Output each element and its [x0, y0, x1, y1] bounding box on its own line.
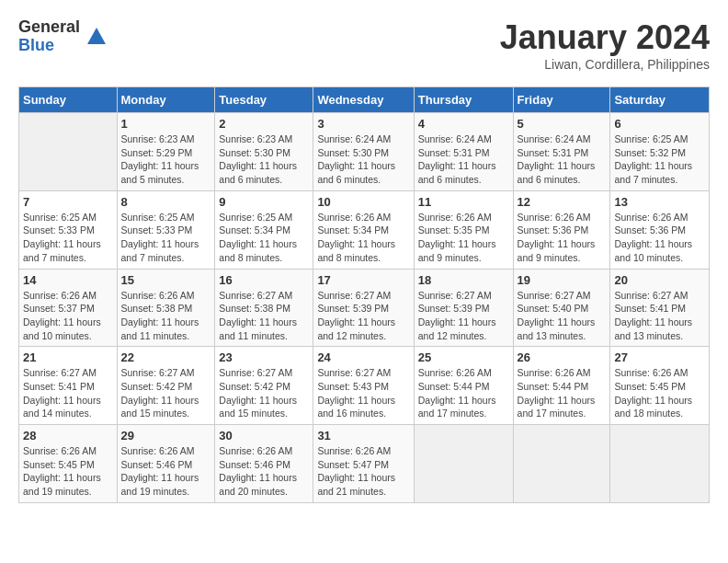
calendar-cell: 27Sunrise: 6:26 AM Sunset: 5:45 PM Dayli… — [610, 347, 710, 425]
calendar-cell: 6Sunrise: 6:25 AM Sunset: 5:32 PM Daylig… — [610, 113, 710, 191]
day-number: 29 — [121, 429, 211, 442]
day-number: 26 — [518, 350, 607, 364]
day-info: Sunrise: 6:27 AM Sunset: 5:41 PM Dayligh… — [614, 289, 705, 343]
svg-marker-0 — [87, 28, 106, 44]
calendar-cell: 15Sunrise: 6:26 AM Sunset: 5:38 PM Dayli… — [117, 269, 215, 347]
day-number: 31 — [317, 429, 409, 442]
day-info: Sunrise: 6:26 AM Sunset: 5:38 PM Dayligh… — [121, 289, 211, 343]
calendar-cell: 16Sunrise: 6:27 AM Sunset: 5:38 PM Dayli… — [215, 269, 313, 347]
day-info: Sunrise: 6:27 AM Sunset: 5:40 PM Dayligh… — [518, 289, 607, 343]
calendar-cell: 4Sunrise: 6:24 AM Sunset: 5:31 PM Daylig… — [414, 113, 513, 191]
day-info: Sunrise: 6:24 AM Sunset: 5:31 PM Dayligh… — [418, 132, 509, 187]
day-info: Sunrise: 6:24 AM Sunset: 5:30 PM Dayligh… — [317, 132, 409, 187]
calendar-cell: 10Sunrise: 6:26 AM Sunset: 5:34 PM Dayli… — [313, 190, 414, 269]
header-thursday: Thursday — [414, 87, 513, 113]
header-sunday: Sunday — [19, 87, 118, 113]
day-info: Sunrise: 6:27 AM Sunset: 5:42 PM Dayligh… — [121, 366, 211, 420]
calendar-cell — [19, 113, 118, 191]
calendar-header: SundayMondayTuesdayWednesdayThursdayFrid… — [19, 87, 710, 113]
day-number: 8 — [121, 195, 211, 209]
day-number: 21 — [23, 350, 113, 364]
day-number: 13 — [614, 195, 705, 209]
day-info: Sunrise: 6:25 AM Sunset: 5:33 PM Dayligh… — [121, 211, 211, 265]
logo-general-text: General — [18, 18, 80, 37]
month-title: January 2024 — [500, 18, 710, 57]
calendar-cell: 9Sunrise: 6:25 AM Sunset: 5:34 PM Daylig… — [215, 190, 313, 269]
calendar-week-1: 1Sunrise: 6:23 AM Sunset: 5:29 PM Daylig… — [19, 113, 710, 191]
day-info: Sunrise: 6:25 AM Sunset: 5:33 PM Dayligh… — [23, 211, 113, 265]
calendar-week-4: 21Sunrise: 6:27 AM Sunset: 5:41 PM Dayli… — [19, 347, 710, 425]
day-number: 5 — [518, 117, 607, 131]
day-info: Sunrise: 6:26 AM Sunset: 5:45 PM Dayligh… — [23, 444, 113, 499]
day-info: Sunrise: 6:26 AM Sunset: 5:46 PM Dayligh… — [219, 444, 309, 499]
page-header: General Blue January 2024 Liwan, Cordill… — [18, 18, 710, 72]
calendar-cell: 18Sunrise: 6:27 AM Sunset: 5:39 PM Dayli… — [414, 269, 513, 347]
day-number: 17 — [317, 273, 409, 287]
day-info: Sunrise: 6:25 AM Sunset: 5:34 PM Dayligh… — [219, 211, 309, 265]
calendar-cell: 17Sunrise: 6:27 AM Sunset: 5:39 PM Dayli… — [313, 269, 414, 347]
day-number: 14 — [23, 273, 113, 287]
calendar-cell: 22Sunrise: 6:27 AM Sunset: 5:42 PM Dayli… — [117, 347, 215, 425]
day-number: 2 — [219, 117, 309, 131]
calendar-cell: 19Sunrise: 6:27 AM Sunset: 5:40 PM Dayli… — [513, 269, 610, 347]
day-number: 1 — [121, 117, 211, 131]
logo-icon — [84, 24, 109, 50]
calendar-cell: 14Sunrise: 6:26 AM Sunset: 5:37 PM Dayli… — [19, 269, 118, 347]
day-info: Sunrise: 6:26 AM Sunset: 5:37 PM Dayligh… — [23, 289, 113, 343]
day-number: 6 — [614, 117, 705, 131]
header-friday: Friday — [513, 87, 610, 113]
calendar-body: 1Sunrise: 6:23 AM Sunset: 5:29 PM Daylig… — [19, 113, 710, 503]
day-number: 3 — [317, 117, 409, 131]
day-info: Sunrise: 6:26 AM Sunset: 5:36 PM Dayligh… — [518, 211, 607, 265]
calendar-week-2: 7Sunrise: 6:25 AM Sunset: 5:33 PM Daylig… — [19, 190, 710, 269]
calendar-cell: 29Sunrise: 6:26 AM Sunset: 5:46 PM Dayli… — [117, 425, 215, 503]
day-number: 10 — [317, 195, 409, 209]
day-number: 20 — [614, 273, 705, 287]
day-info: Sunrise: 6:26 AM Sunset: 5:34 PM Dayligh… — [317, 211, 409, 265]
calendar-cell: 26Sunrise: 6:26 AM Sunset: 5:44 PM Dayli… — [513, 347, 610, 425]
day-number: 28 — [23, 429, 113, 442]
day-info: Sunrise: 6:27 AM Sunset: 5:42 PM Dayligh… — [219, 366, 309, 420]
calendar-cell: 30Sunrise: 6:26 AM Sunset: 5:46 PM Dayli… — [215, 425, 313, 503]
calendar-cell — [414, 425, 513, 503]
day-info: Sunrise: 6:26 AM Sunset: 5:45 PM Dayligh… — [614, 366, 705, 420]
calendar-week-5: 28Sunrise: 6:26 AM Sunset: 5:45 PM Dayli… — [19, 425, 710, 503]
day-info: Sunrise: 6:23 AM Sunset: 5:29 PM Dayligh… — [121, 132, 211, 187]
calendar-cell: 13Sunrise: 6:26 AM Sunset: 5:36 PM Dayli… — [610, 190, 710, 269]
day-info: Sunrise: 6:26 AM Sunset: 5:36 PM Dayligh… — [614, 211, 705, 265]
day-info: Sunrise: 6:25 AM Sunset: 5:32 PM Dayligh… — [614, 132, 705, 187]
calendar-cell: 3Sunrise: 6:24 AM Sunset: 5:30 PM Daylig… — [313, 113, 414, 191]
calendar-cell: 21Sunrise: 6:27 AM Sunset: 5:41 PM Dayli… — [19, 347, 118, 425]
day-number: 25 — [418, 350, 509, 364]
day-number: 23 — [219, 350, 309, 364]
calendar-cell — [513, 425, 610, 503]
calendar-cell: 8Sunrise: 6:25 AM Sunset: 5:33 PM Daylig… — [117, 190, 215, 269]
calendar-cell: 1Sunrise: 6:23 AM Sunset: 5:29 PM Daylig… — [117, 113, 215, 191]
header-saturday: Saturday — [610, 87, 710, 113]
logo-blue-text: Blue — [18, 37, 80, 55]
title-section: January 2024 Liwan, Cordillera, Philippi… — [500, 18, 710, 72]
calendar-week-3: 14Sunrise: 6:26 AM Sunset: 5:37 PM Dayli… — [19, 269, 710, 347]
calendar-table: SundayMondayTuesdayWednesdayThursdayFrid… — [18, 86, 710, 503]
day-info: Sunrise: 6:26 AM Sunset: 5:35 PM Dayligh… — [418, 211, 509, 265]
header-monday: Monday — [117, 87, 215, 113]
day-number: 9 — [219, 195, 309, 209]
day-number: 30 — [219, 429, 309, 442]
day-number: 12 — [518, 195, 607, 209]
day-info: Sunrise: 6:27 AM Sunset: 5:39 PM Dayligh… — [418, 289, 509, 343]
calendar-cell: 12Sunrise: 6:26 AM Sunset: 5:36 PM Dayli… — [513, 190, 610, 269]
day-info: Sunrise: 6:27 AM Sunset: 5:43 PM Dayligh… — [317, 366, 409, 420]
location-subtitle: Liwan, Cordillera, Philippines — [500, 57, 710, 72]
calendar-cell: 28Sunrise: 6:26 AM Sunset: 5:45 PM Dayli… — [19, 425, 118, 503]
calendar-cell — [610, 425, 710, 503]
header-wednesday: Wednesday — [313, 87, 414, 113]
header-tuesday: Tuesday — [215, 87, 313, 113]
logo: General Blue — [18, 18, 109, 55]
day-number: 18 — [418, 273, 509, 287]
calendar-cell: 24Sunrise: 6:27 AM Sunset: 5:43 PM Dayli… — [313, 347, 414, 425]
day-number: 27 — [614, 350, 705, 364]
day-number: 15 — [121, 273, 211, 287]
day-number: 16 — [219, 273, 309, 287]
header-row: SundayMondayTuesdayWednesdayThursdayFrid… — [19, 87, 710, 113]
day-info: Sunrise: 6:26 AM Sunset: 5:46 PM Dayligh… — [121, 444, 211, 499]
